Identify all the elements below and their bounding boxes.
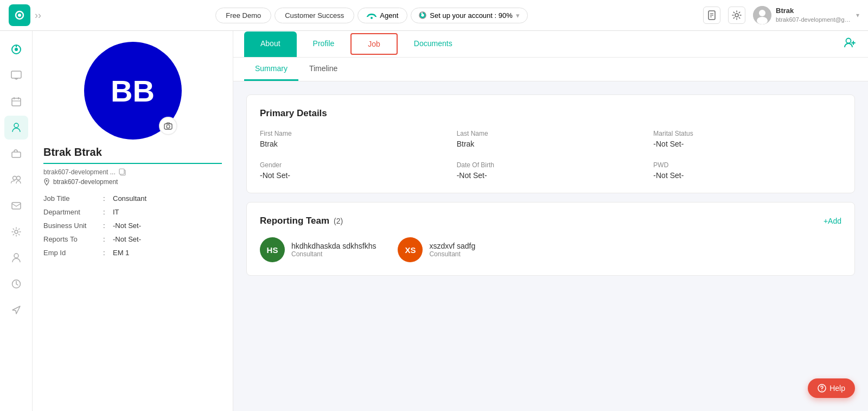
primary-details-card: Primary Details First Name Btrak Last Na… xyxy=(246,94,855,193)
camera-icon[interactable] xyxy=(159,117,177,135)
setup-chevron-icon: ▾ xyxy=(516,11,520,20)
member-role-0: Consultant xyxy=(291,250,376,258)
department-row: Department : IT xyxy=(43,208,222,216)
field-first-name: First Name Btrak xyxy=(260,130,448,148)
department-label: Department xyxy=(43,208,103,216)
field-last-name: Last Name Btrak xyxy=(457,130,645,148)
topnav: ›› Free Demo Customer Success Agent Set … xyxy=(0,0,868,31)
member-info-1: xszdxvf sadfg Consultant xyxy=(429,242,475,258)
svg-point-29 xyxy=(15,230,18,233)
field-gender: Gender -Not Set- xyxy=(260,161,448,180)
user-chevron-icon: ▾ xyxy=(856,11,859,19)
main-content: BB Btrak Btrak btrak607-development ... xyxy=(33,31,868,411)
sub-tab-timeline[interactable]: Timeline xyxy=(298,58,348,81)
topnav-center: Free Demo Customer Success Agent Set up … xyxy=(50,8,693,23)
svg-rect-20 xyxy=(12,98,21,106)
help-label: Help xyxy=(829,384,845,393)
svg-rect-25 xyxy=(12,152,21,157)
add-member-link[interactable]: +Add xyxy=(824,217,841,225)
agent-button[interactable]: Agent xyxy=(358,8,407,23)
user-info: Btrak btrak607-development@gm... xyxy=(776,7,852,23)
emp-id-value: EM 1 xyxy=(113,249,129,257)
sidebar-item-calendar[interactable] xyxy=(4,90,28,113)
user-details-table: Job Title : Consultant Department : IT B… xyxy=(43,194,222,257)
business-unit-value: -Not Set- xyxy=(113,222,141,230)
marital-status-label: Marital Status xyxy=(653,130,841,137)
document-icon-button[interactable] xyxy=(703,7,720,24)
tab-job[interactable]: Job xyxy=(350,33,398,55)
sidebar-item-person[interactable] xyxy=(4,116,28,140)
member-name-1: xszdxvf sadfg xyxy=(429,242,475,250)
tab-profile[interactable]: Profile xyxy=(297,31,351,57)
dob-label: Date Of Birth xyxy=(457,161,645,169)
svg-point-24 xyxy=(14,123,18,128)
sidebar xyxy=(0,31,33,411)
sidebar-item-settings[interactable] xyxy=(4,220,28,244)
emp-id-label: Emp Id xyxy=(43,249,103,257)
svg-point-5 xyxy=(420,13,425,17)
sub-tabs-bar: Summary Timeline xyxy=(233,58,868,81)
field-pwd: PWD -Not Set- xyxy=(653,161,841,180)
reports-to-row: Reports To : -Not Set- xyxy=(43,235,222,243)
svg-point-39 xyxy=(821,390,822,391)
svg-rect-28 xyxy=(12,203,21,209)
team-member-0: HS hkdhkdhaskda sdkhsfkhs Consultant xyxy=(260,237,376,262)
user-email-text: btrak607-development ... xyxy=(43,168,116,176)
sidebar-item-tv[interactable] xyxy=(4,64,28,87)
sidebar-item-mail[interactable] xyxy=(4,194,28,218)
member-info-0: hkdhkdhaskda sdkhsfkhs Consultant xyxy=(291,242,376,258)
job-title-label: Job Title xyxy=(43,194,103,203)
team-member-1: XS xszdxvf sadfg Consultant xyxy=(398,237,475,262)
app-logo[interactable] xyxy=(9,4,30,26)
copy-icon[interactable] xyxy=(119,168,126,176)
job-title-value: Consultant xyxy=(113,194,146,203)
team-members-list: HS hkdhkdhaskda sdkhsfkhs Consultant XS xyxy=(260,237,841,262)
business-unit-label: Business Unit xyxy=(43,222,103,230)
last-name-value: Btrak xyxy=(457,140,645,148)
department-value: IT xyxy=(113,208,119,216)
tab-about[interactable]: About xyxy=(244,31,297,57)
user-profile-button[interactable]: Btrak btrak607-development@gm... ▾ xyxy=(753,6,859,24)
field-marital-status: Marital Status -Not Set- xyxy=(653,130,841,148)
pwd-value: -Not Set- xyxy=(653,171,841,180)
svg-point-33 xyxy=(167,125,170,128)
customer-success-button[interactable]: Customer Success xyxy=(275,8,354,23)
right-panel: About Profile Job Documents Summary Time… xyxy=(233,31,868,411)
help-button[interactable]: Help xyxy=(808,378,855,398)
free-demo-button[interactable]: Free Demo xyxy=(215,8,271,23)
svg-point-36 xyxy=(46,180,48,182)
sidebar-item-dashboard[interactable] xyxy=(4,37,28,61)
svg-point-2 xyxy=(18,14,21,17)
member-avatar-0: HS xyxy=(260,237,285,262)
svg-point-26 xyxy=(12,176,16,180)
primary-details-title: Primary Details xyxy=(260,108,841,119)
settings-icon-button[interactable] xyxy=(728,7,745,24)
sidebar-item-clock[interactable] xyxy=(4,272,28,296)
gender-label: Gender xyxy=(260,161,448,169)
topnav-avatar xyxy=(753,6,771,24)
svg-point-12 xyxy=(759,10,765,16)
member-avatar-1: XS xyxy=(398,237,423,262)
sub-tab-summary[interactable]: Summary xyxy=(244,58,298,81)
reports-to-value: -Not Set- xyxy=(113,235,141,243)
setup-button[interactable]: Set up your account : 90% ▾ xyxy=(411,8,527,23)
add-people-icon[interactable] xyxy=(844,37,857,51)
svg-rect-35 xyxy=(119,169,124,174)
primary-details-grid: First Name Btrak Last Name Btrak Marital… xyxy=(260,130,841,180)
tab-documents[interactable]: Documents xyxy=(398,31,469,57)
member-initials-1: XS xyxy=(405,245,416,255)
last-name-label: Last Name xyxy=(457,130,645,137)
sidebar-item-briefcase[interactable] xyxy=(4,142,28,166)
business-unit-row: Business Unit : -Not Set- xyxy=(43,222,222,230)
sidebar-item-send[interactable] xyxy=(4,298,28,322)
gender-value: -Not Set- xyxy=(260,171,448,180)
user-email: btrak607-development@gm... xyxy=(776,16,852,23)
field-dob: Date Of Birth -Not Set- xyxy=(457,161,645,180)
svg-point-37 xyxy=(846,38,851,43)
topnav-right: Btrak btrak607-development@gm... ▾ xyxy=(703,6,859,24)
topnav-more-icon[interactable]: ›› xyxy=(35,10,41,21)
svg-rect-17 xyxy=(11,71,21,78)
sidebar-item-user-alt[interactable] xyxy=(4,246,28,270)
svg-point-15 xyxy=(15,48,18,51)
sidebar-item-team[interactable] xyxy=(4,168,28,192)
